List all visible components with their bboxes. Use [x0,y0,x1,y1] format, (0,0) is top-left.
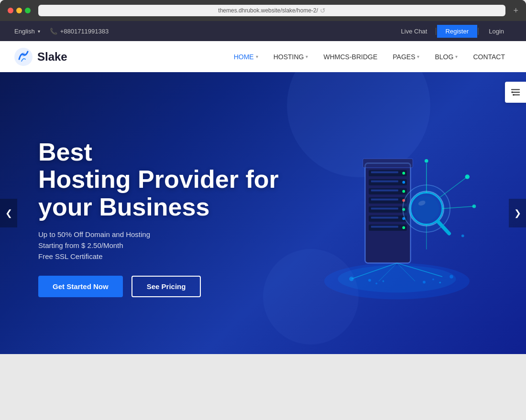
browser-window: themes.dhrubok.website/slake/home-2/ ↺ +… [0,0,526,354]
svg-point-49 [423,281,426,284]
svg-point-1 [22,53,25,56]
new-tab-button[interactable]: + [513,6,518,16]
svg-rect-21 [371,190,398,192]
nav-item-pages[interactable]: PAGES ▾ [386,41,426,72]
get-started-button[interactable]: Get Started Now [38,276,123,297]
server-illustration [306,118,488,309]
svg-point-51 [439,281,441,283]
hero-prev-button[interactable]: ❮ [0,199,17,227]
url-text: themes.dhrubok.website/slake/home-2/ [218,7,318,14]
nav-links: HOME ▾ HOSTING ▾ WHMCS-BRIDGE PAGES ▾ BL… [227,41,512,72]
svg-point-48 [375,282,377,284]
left-arrow-icon: ❮ [5,208,12,218]
topbar: English ▾ 📞 +8801711991383 Live Chat | R… [0,21,526,41]
svg-point-14 [402,190,405,193]
nav-item-hosting[interactable]: HOSTING ▾ [267,41,315,72]
divider-2: | [477,27,479,35]
nav-item-home[interactable]: HOME ▾ [227,41,265,72]
browser-titlebar: themes.dhrubok.website/slake/home-2/ ↺ + [0,0,526,21]
nav-blog-arrow: ▾ [455,54,458,59]
language-selector[interactable]: English ▾ [14,28,40,35]
live-chat-link[interactable]: Live Chat [394,28,435,35]
nav-hosting-label: HOSTING [274,53,304,61]
topbar-left: English ▾ 📞 +8801711991383 [14,28,109,35]
hero-content: Best Hosting Provider for your Business … [0,129,279,297]
hero-section: ❮ Best Hosting Provider for your Busines… [0,72,526,354]
hero-buttons: Get Started Now See Pricing [38,276,279,297]
website-body: English ▾ 📞 +8801711991383 Live Chat | R… [0,21,526,354]
phone-number: 📞 +8801711991383 [50,28,109,35]
svg-point-3 [338,265,456,292]
nav-whmcs-label: WHMCS-BRIDGE [323,53,377,61]
nav-contact-label: CONTACT [473,53,505,61]
login-link[interactable]: Login [481,28,512,35]
phone-text: +8801711991383 [60,28,109,35]
address-bar[interactable]: themes.dhrubok.website/slake/home-2/ ↺ [38,5,505,16]
logo[interactable]: Slake [14,48,67,66]
hero-feature-2: Starting from $ 2.50/Month [38,241,279,249]
nav-item-blog[interactable]: BLOG ▾ [428,41,464,72]
minimize-button[interactable] [16,8,22,13]
svg-point-41 [465,174,470,179]
svg-rect-23 [371,208,398,210]
svg-point-58 [513,94,515,96]
svg-point-44 [425,159,428,163]
nav-pages-arrow: ▾ [417,54,419,59]
nav-home-label: HOME [234,53,254,61]
language-arrow-icon: ▾ [38,29,40,34]
register-button[interactable]: Register [437,25,477,38]
svg-line-38 [440,177,467,197]
svg-point-52 [383,280,384,282]
svg-rect-22 [371,199,398,201]
svg-point-13 [402,181,405,184]
logo-icon [14,48,33,66]
svg-point-12 [402,172,405,175]
topbar-right: Live Chat | Register | Login [394,25,512,38]
language-label: English [14,28,35,35]
hero-feature-1: Up to 50% Off Domain and Hosting [38,230,279,238]
hero-heading-line1: Best [38,138,92,166]
svg-rect-20 [371,181,398,183]
close-button[interactable] [8,8,13,13]
browser-traffic-lights [8,8,31,13]
svg-point-29 [414,196,439,221]
svg-point-45 [349,277,354,281]
nav-home-arrow: ▾ [256,54,258,59]
svg-rect-19 [371,172,398,173]
svg-point-43 [461,235,464,237]
settings-icon [510,87,521,97]
logo-text: Slake [37,50,67,64]
see-pricing-button[interactable]: See Pricing [132,276,201,297]
maximize-button[interactable] [25,8,31,13]
svg-point-47 [368,279,371,282]
nav-hosting-arrow: ▾ [306,54,308,59]
nav-blog-label: BLOG [435,53,453,61]
refresh-icon[interactable]: ↺ [320,7,326,14]
svg-point-57 [511,91,513,93]
settings-widget[interactable] [505,82,526,103]
svg-rect-24 [371,217,398,219]
svg-rect-25 [371,226,398,228]
nav-item-whmcs[interactable]: WHMCS-BRIDGE [317,41,384,72]
svg-point-0 [14,48,33,66]
hero-heading-line3: your Business [38,193,209,221]
nav-item-contact[interactable]: CONTACT [466,41,512,72]
svg-point-18 [402,226,405,229]
svg-point-50 [432,279,434,280]
server-svg [306,118,488,309]
svg-point-42 [472,205,476,208]
phone-icon: 📞 [50,28,57,35]
hero-feature-3: Free SSL Certificate [38,252,279,260]
navbar: Slake HOME ▾ HOSTING ▾ WHMCS-BRIDGE PAGE… [0,41,526,72]
nav-pages-label: PAGES [393,53,415,61]
hero-heading: Best Hosting Provider for your Business [38,139,279,221]
svg-point-46 [449,275,453,279]
hero-heading-line2: Hosting Provider for [38,165,279,193]
right-arrow-icon: ❯ [514,208,521,218]
hero-features: Up to 50% Off Domain and Hosting Startin… [38,230,279,260]
hero-next-button[interactable]: ❯ [509,199,526,227]
